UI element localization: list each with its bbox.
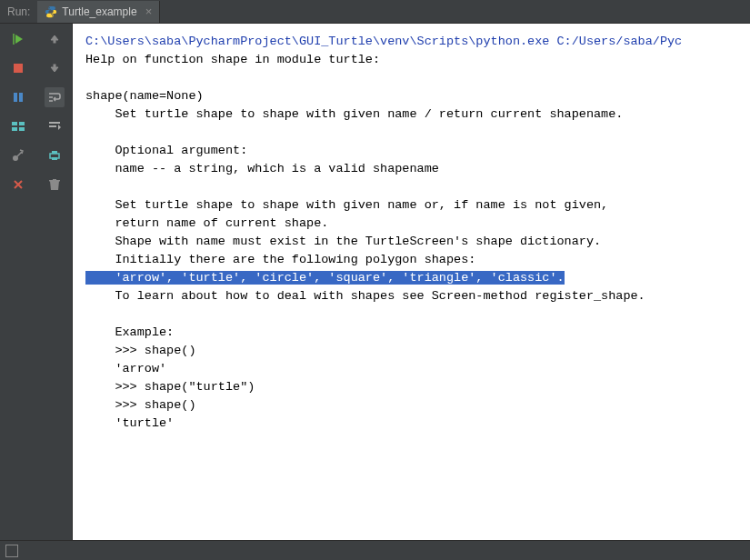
status-bar	[0, 540, 750, 560]
layout-button[interactable]	[8, 116, 28, 136]
console-line: 'turtle'	[85, 416, 174, 430]
console-line: >>> shape()	[85, 344, 196, 357]
svg-rect-3	[12, 122, 17, 125]
console-line: shape(name=None)	[85, 89, 204, 103]
svg-rect-13	[52, 151, 57, 154]
svg-rect-2	[19, 93, 23, 102]
svg-rect-5	[12, 127, 17, 131]
console-line: name -- a string, which is a valid shape…	[85, 162, 439, 175]
stop-button[interactable]	[8, 58, 28, 78]
trash-icon[interactable]	[45, 175, 65, 195]
run-sidebar-right	[36, 24, 73, 540]
console-line: 'arrow'	[85, 362, 166, 375]
exit-button[interactable]	[8, 175, 28, 195]
svg-rect-11	[49, 125, 56, 127]
svg-rect-0	[14, 64, 23, 73]
console-line: return name of current shape.	[85, 216, 328, 230]
console-line: To learn about how to deal with shapes s…	[85, 289, 645, 303]
run-tool-body: C:\Users\saba\PycharmProject\GUI_Turtle\…	[0, 24, 750, 540]
command-line: C:\Users\saba\PycharmProject\GUI_Turtle\…	[85, 35, 682, 48]
pause-button[interactable]	[8, 87, 28, 107]
svg-rect-6	[19, 127, 25, 131]
scroll-to-end-button[interactable]	[45, 116, 65, 136]
status-structure-icon[interactable]	[5, 545, 18, 557]
svg-rect-14	[52, 157, 57, 160]
svg-rect-9	[54, 65, 55, 68]
svg-rect-10	[49, 122, 60, 124]
console-line-selected: 'arrow', 'turtle', 'circle', 'square', '…	[85, 271, 565, 285]
console-output[interactable]: C:\Users\saba\PycharmProject\GUI_Turtle\…	[73, 24, 750, 540]
run-tool-tabbar: Run: Turtle_example ×	[0, 0, 750, 24]
svg-rect-4	[19, 122, 25, 125]
run-sidebar-left	[0, 24, 36, 540]
svg-rect-1	[14, 93, 17, 102]
console-line: >>> shape("turtle")	[85, 380, 255, 394]
console-line: Initially there are the following polygo…	[85, 253, 475, 266]
run-tab-label: Turtle_example	[62, 5, 136, 18]
console-line: Example:	[85, 325, 174, 339]
console-line: >>> shape()	[85, 398, 196, 412]
run-tab[interactable]: Turtle_example ×	[37, 1, 160, 23]
soft-wrap-button[interactable]	[45, 87, 65, 107]
up-arrow-icon[interactable]	[45, 29, 65, 49]
close-icon[interactable]: ×	[142, 5, 153, 18]
down-arrow-icon[interactable]	[45, 58, 65, 78]
console-line: Help on function shape in module turtle:	[85, 53, 380, 66]
console-line: Set turtle shape to shape with given nam…	[85, 198, 608, 212]
svg-rect-8	[54, 39, 55, 43]
print-button[interactable]	[45, 145, 65, 165]
python-file-icon	[45, 5, 57, 18]
console-line: Set turtle shape to shape with given nam…	[85, 107, 623, 121]
attach-button[interactable]	[8, 145, 28, 165]
rerun-button[interactable]	[8, 29, 28, 49]
run-label: Run:	[0, 5, 37, 18]
console-line: Shape with name must exist in the Turtle…	[85, 235, 601, 248]
console-line: Optional argument:	[85, 144, 247, 157]
